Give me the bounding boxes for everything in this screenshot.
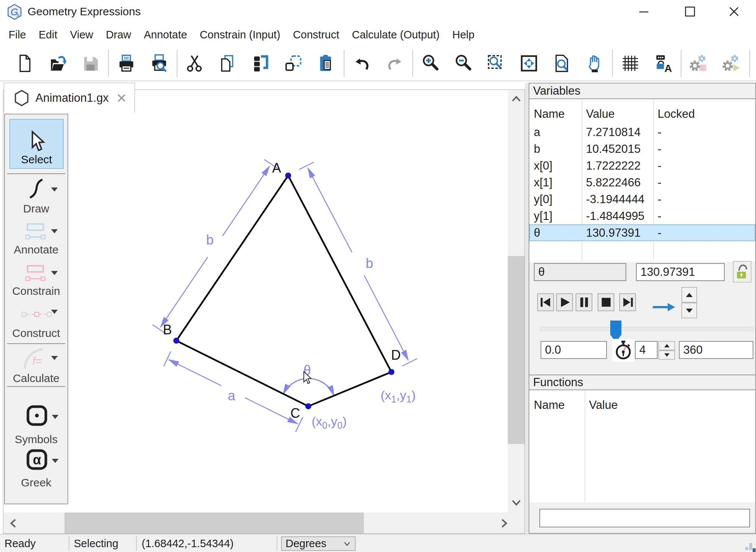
draw-dropdown-icon[interactable] (51, 187, 58, 192)
variable-row[interactable]: b 10.452015 - (529, 141, 755, 157)
stop-button[interactable] (598, 293, 614, 311)
pan-icon[interactable] (585, 53, 605, 73)
print-preview-icon[interactable] (149, 53, 169, 73)
undo-icon[interactable] (352, 53, 372, 73)
menu-item[interactable]: Draw (100, 26, 138, 44)
skip-to-end-button[interactable] (619, 293, 636, 311)
lock-text-icon[interactable]: A (653, 53, 673, 73)
drawing-canvas[interactable]: A B C D b b a θ (x0,y0) (x1,y1) Select (3, 89, 525, 534)
horizontal-scrollbar-thumb[interactable] (64, 512, 364, 533)
duration-up-button[interactable] (658, 341, 675, 350)
scroll-up-icon[interactable] (511, 94, 522, 104)
save-icon[interactable] (81, 53, 101, 73)
zoom-out-icon[interactable] (453, 53, 473, 73)
variable-row[interactable]: y[1] -1.4844995 - (529, 208, 755, 224)
minimize-button[interactable] (627, 0, 661, 23)
variable-row[interactable]: θ 130.97391 - (529, 224, 755, 241)
greek-tool[interactable]: α (26, 448, 48, 471)
menu-item[interactable]: Calculate (Output) (346, 26, 446, 44)
construct-dropdown-icon[interactable] (51, 310, 58, 314)
calculate-tool[interactable]: f= (22, 346, 50, 370)
menu-item[interactable]: File (2, 26, 32, 44)
panel-splitter[interactable] (525, 83, 529, 534)
menu-item[interactable]: Annotate (138, 26, 193, 44)
animation-slider-track[interactable] (540, 327, 753, 331)
scroll-right-icon[interactable] (499, 518, 509, 529)
select-tool[interactable]: Select (9, 119, 64, 169)
document-tab[interactable]: Animation1.gx (4, 83, 135, 113)
pause-button[interactable] (576, 293, 592, 311)
variable-row[interactable]: a 7.2710814 - (529, 124, 755, 141)
vertical-scrollbar-thumb[interactable] (508, 256, 525, 444)
speed-up-button[interactable] (681, 287, 697, 303)
menu-item[interactable]: Construct (287, 26, 346, 44)
animation-value-input[interactable]: 130.97391 (636, 263, 725, 281)
copy-drawing-icon[interactable] (251, 53, 271, 73)
point-a[interactable] (285, 173, 291, 179)
construct-tool[interactable] (21, 309, 53, 320)
animation-duration-input[interactable]: 4 (635, 341, 658, 359)
speed-down-button[interactable] (681, 303, 697, 318)
horizontal-scrollbar[interactable] (3, 512, 525, 533)
vertical-scrollbar[interactable] (508, 90, 525, 512)
greek-dropdown-icon[interactable] (52, 459, 59, 463)
cut-icon[interactable] (185, 53, 205, 73)
variable-name: y[0] (529, 193, 586, 206)
calculate-tool-label: Calculate (5, 372, 67, 385)
resize-grip[interactable] (753, 548, 756, 552)
zoom-in-icon[interactable] (420, 53, 441, 73)
point-d[interactable] (388, 369, 394, 375)
constrain-tool[interactable] (24, 264, 47, 283)
point-c[interactable] (305, 403, 311, 409)
calculate-dropdown-icon[interactable] (51, 356, 58, 360)
variable-row[interactable]: x[0] 1.7222222 - (529, 157, 755, 174)
scroll-left-icon[interactable] (9, 518, 18, 529)
annotate-dropdown-icon[interactable] (51, 229, 58, 233)
paste-icon[interactable] (316, 53, 336, 73)
menu-item[interactable]: Constrain (Input) (193, 26, 287, 44)
down-arrow-icon (664, 353, 670, 357)
output-settings-icon[interactable] (689, 53, 709, 73)
resize-grip[interactable] (749, 543, 752, 550)
point-b[interactable] (173, 338, 179, 344)
variables-panel-header: Variables (529, 83, 755, 99)
symbols-tool[interactable] (26, 404, 48, 427)
print-icon[interactable] (116, 53, 136, 73)
annotate-tool[interactable] (24, 223, 47, 241)
constrain-dropdown-icon[interactable] (51, 271, 58, 275)
menu-item[interactable]: Edit (32, 26, 64, 44)
redo-icon[interactable] (385, 53, 405, 73)
variable-row[interactable]: y[0] -3.1944444 - (529, 191, 755, 208)
tab-close-icon[interactable] (117, 93, 126, 103)
draw-tool[interactable] (24, 177, 47, 200)
scroll-down-icon[interactable] (511, 498, 522, 507)
duration-down-button[interactable] (658, 350, 675, 360)
variable-name: a (529, 126, 586, 139)
symbols-dropdown-icon[interactable] (52, 415, 59, 419)
quadrilateral[interactable] (176, 176, 391, 406)
animation-start-input[interactable]: 0.0 (541, 341, 607, 359)
function-entry-input[interactable] (539, 509, 750, 527)
resize-grip[interactable] (745, 547, 748, 550)
paste-special-icon[interactable] (283, 53, 303, 73)
open-icon[interactable] (48, 53, 68, 73)
variable-row[interactable]: x[1] 5.8222466 - (529, 174, 755, 191)
zoom-selection-icon[interactable] (486, 53, 506, 73)
animation-settings-icon[interactable] (722, 53, 742, 73)
close-button[interactable] (717, 0, 751, 23)
animation-end-input[interactable]: 360 (679, 341, 753, 359)
new-icon[interactable] (15, 53, 35, 73)
maximize-button[interactable] (673, 0, 707, 23)
grid-icon[interactable] (620, 53, 640, 73)
lock-toggle-button[interactable] (733, 261, 752, 283)
copy-icon[interactable] (218, 53, 238, 73)
zoom-page-icon[interactable] (552, 53, 572, 73)
play-button[interactable] (556, 293, 573, 311)
menu-item[interactable]: View (64, 26, 100, 44)
menu-item[interactable]: Help (446, 26, 481, 44)
fit-to-window-icon[interactable] (519, 53, 539, 73)
units-dropdown[interactable]: Degrees (281, 536, 356, 551)
variables-table[interactable]: Name Value Locked a 7.2710814 - b 10.452… (529, 99, 755, 262)
skip-to-start-button[interactable] (537, 293, 554, 311)
functions-table[interactable]: Name Value (529, 390, 755, 502)
